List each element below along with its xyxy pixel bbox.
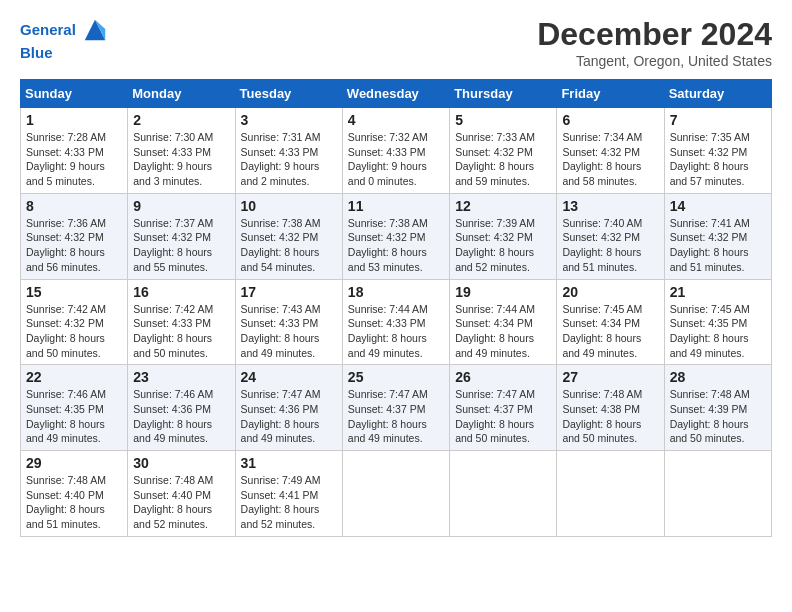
day-info: Sunrise: 7:28 AMSunset: 4:33 PMDaylight:… bbox=[26, 130, 122, 189]
day-number: 24 bbox=[241, 369, 337, 385]
calendar-cell: 15Sunrise: 7:42 AMSunset: 4:32 PMDayligh… bbox=[21, 279, 128, 365]
day-number: 8 bbox=[26, 198, 122, 214]
day-info: Sunrise: 7:33 AMSunset: 4:32 PMDaylight:… bbox=[455, 130, 551, 189]
calendar-cell: 8Sunrise: 7:36 AMSunset: 4:32 PMDaylight… bbox=[21, 193, 128, 279]
weekday-header-saturday: Saturday bbox=[664, 80, 771, 108]
day-info: Sunrise: 7:34 AMSunset: 4:32 PMDaylight:… bbox=[562, 130, 658, 189]
day-number: 10 bbox=[241, 198, 337, 214]
day-info: Sunrise: 7:44 AMSunset: 4:34 PMDaylight:… bbox=[455, 302, 551, 361]
day-number: 6 bbox=[562, 112, 658, 128]
day-number: 11 bbox=[348, 198, 444, 214]
day-number: 29 bbox=[26, 455, 122, 471]
day-number: 26 bbox=[455, 369, 551, 385]
calendar-cell: 26Sunrise: 7:47 AMSunset: 4:37 PMDayligh… bbox=[450, 365, 557, 451]
calendar-cell: 23Sunrise: 7:46 AMSunset: 4:36 PMDayligh… bbox=[128, 365, 235, 451]
calendar-cell: 13Sunrise: 7:40 AMSunset: 4:32 PMDayligh… bbox=[557, 193, 664, 279]
calendar-cell: 28Sunrise: 7:48 AMSunset: 4:39 PMDayligh… bbox=[664, 365, 771, 451]
day-number: 14 bbox=[670, 198, 766, 214]
calendar-cell: 16Sunrise: 7:42 AMSunset: 4:33 PMDayligh… bbox=[128, 279, 235, 365]
calendar-cell: 30Sunrise: 7:48 AMSunset: 4:40 PMDayligh… bbox=[128, 451, 235, 537]
day-number: 2 bbox=[133, 112, 229, 128]
calendar-cell: 7Sunrise: 7:35 AMSunset: 4:32 PMDaylight… bbox=[664, 108, 771, 194]
weekday-header-thursday: Thursday bbox=[450, 80, 557, 108]
day-info: Sunrise: 7:47 AMSunset: 4:37 PMDaylight:… bbox=[455, 387, 551, 446]
day-number: 13 bbox=[562, 198, 658, 214]
logo-icon bbox=[81, 16, 109, 44]
day-info: Sunrise: 7:48 AMSunset: 4:40 PMDaylight:… bbox=[26, 473, 122, 532]
calendar-cell: 22Sunrise: 7:46 AMSunset: 4:35 PMDayligh… bbox=[21, 365, 128, 451]
calendar-cell: 6Sunrise: 7:34 AMSunset: 4:32 PMDaylight… bbox=[557, 108, 664, 194]
subtitle: Tangent, Oregon, United States bbox=[537, 53, 772, 69]
logo-blue-text: Blue bbox=[20, 44, 109, 62]
calendar-cell: 11Sunrise: 7:38 AMSunset: 4:32 PMDayligh… bbox=[342, 193, 449, 279]
day-info: Sunrise: 7:45 AMSunset: 4:35 PMDaylight:… bbox=[670, 302, 766, 361]
calendar-cell: 25Sunrise: 7:47 AMSunset: 4:37 PMDayligh… bbox=[342, 365, 449, 451]
day-number: 17 bbox=[241, 284, 337, 300]
day-info: Sunrise: 7:32 AMSunset: 4:33 PMDaylight:… bbox=[348, 130, 444, 189]
calendar-cell: 14Sunrise: 7:41 AMSunset: 4:32 PMDayligh… bbox=[664, 193, 771, 279]
calendar-cell: 3Sunrise: 7:31 AMSunset: 4:33 PMDaylight… bbox=[235, 108, 342, 194]
day-info: Sunrise: 7:42 AMSunset: 4:32 PMDaylight:… bbox=[26, 302, 122, 361]
day-info: Sunrise: 7:48 AMSunset: 4:39 PMDaylight:… bbox=[670, 387, 766, 446]
day-number: 1 bbox=[26, 112, 122, 128]
calendar-cell: 4Sunrise: 7:32 AMSunset: 4:33 PMDaylight… bbox=[342, 108, 449, 194]
calendar-cell: 10Sunrise: 7:38 AMSunset: 4:32 PMDayligh… bbox=[235, 193, 342, 279]
day-number: 7 bbox=[670, 112, 766, 128]
day-number: 25 bbox=[348, 369, 444, 385]
calendar-cell: 1Sunrise: 7:28 AMSunset: 4:33 PMDaylight… bbox=[21, 108, 128, 194]
calendar-cell: 31Sunrise: 7:49 AMSunset: 4:41 PMDayligh… bbox=[235, 451, 342, 537]
logo-text: General bbox=[20, 21, 76, 39]
title-block: December 2024 Tangent, Oregon, United St… bbox=[537, 16, 772, 69]
calendar-cell: 29Sunrise: 7:48 AMSunset: 4:40 PMDayligh… bbox=[21, 451, 128, 537]
day-number: 3 bbox=[241, 112, 337, 128]
calendar-cell: 2Sunrise: 7:30 AMSunset: 4:33 PMDaylight… bbox=[128, 108, 235, 194]
day-info: Sunrise: 7:38 AMSunset: 4:32 PMDaylight:… bbox=[241, 216, 337, 275]
day-number: 15 bbox=[26, 284, 122, 300]
day-number: 19 bbox=[455, 284, 551, 300]
calendar-cell bbox=[450, 451, 557, 537]
day-number: 5 bbox=[455, 112, 551, 128]
day-number: 31 bbox=[241, 455, 337, 471]
day-info: Sunrise: 7:41 AMSunset: 4:32 PMDaylight:… bbox=[670, 216, 766, 275]
calendar-table: SundayMondayTuesdayWednesdayThursdayFrid… bbox=[20, 79, 772, 537]
day-info: Sunrise: 7:38 AMSunset: 4:32 PMDaylight:… bbox=[348, 216, 444, 275]
calendar-cell: 20Sunrise: 7:45 AMSunset: 4:34 PMDayligh… bbox=[557, 279, 664, 365]
header: General Blue December 2024 Tangent, Oreg… bbox=[20, 16, 772, 69]
weekday-header-friday: Friday bbox=[557, 80, 664, 108]
day-info: Sunrise: 7:37 AMSunset: 4:32 PMDaylight:… bbox=[133, 216, 229, 275]
day-info: Sunrise: 7:35 AMSunset: 4:32 PMDaylight:… bbox=[670, 130, 766, 189]
day-number: 20 bbox=[562, 284, 658, 300]
calendar-cell: 5Sunrise: 7:33 AMSunset: 4:32 PMDaylight… bbox=[450, 108, 557, 194]
day-number: 23 bbox=[133, 369, 229, 385]
main-title: December 2024 bbox=[537, 16, 772, 53]
day-info: Sunrise: 7:45 AMSunset: 4:34 PMDaylight:… bbox=[562, 302, 658, 361]
day-info: Sunrise: 7:40 AMSunset: 4:32 PMDaylight:… bbox=[562, 216, 658, 275]
day-number: 27 bbox=[562, 369, 658, 385]
weekday-header-monday: Monday bbox=[128, 80, 235, 108]
day-number: 18 bbox=[348, 284, 444, 300]
day-info: Sunrise: 7:42 AMSunset: 4:33 PMDaylight:… bbox=[133, 302, 229, 361]
day-number: 4 bbox=[348, 112, 444, 128]
day-info: Sunrise: 7:48 AMSunset: 4:40 PMDaylight:… bbox=[133, 473, 229, 532]
weekday-header-wednesday: Wednesday bbox=[342, 80, 449, 108]
day-number: 22 bbox=[26, 369, 122, 385]
calendar-cell: 9Sunrise: 7:37 AMSunset: 4:32 PMDaylight… bbox=[128, 193, 235, 279]
day-info: Sunrise: 7:46 AMSunset: 4:35 PMDaylight:… bbox=[26, 387, 122, 446]
day-info: Sunrise: 7:48 AMSunset: 4:38 PMDaylight:… bbox=[562, 387, 658, 446]
day-number: 12 bbox=[455, 198, 551, 214]
day-number: 9 bbox=[133, 198, 229, 214]
day-info: Sunrise: 7:47 AMSunset: 4:36 PMDaylight:… bbox=[241, 387, 337, 446]
calendar-cell bbox=[557, 451, 664, 537]
day-info: Sunrise: 7:39 AMSunset: 4:32 PMDaylight:… bbox=[455, 216, 551, 275]
calendar-cell: 17Sunrise: 7:43 AMSunset: 4:33 PMDayligh… bbox=[235, 279, 342, 365]
calendar-cell: 24Sunrise: 7:47 AMSunset: 4:36 PMDayligh… bbox=[235, 365, 342, 451]
day-info: Sunrise: 7:47 AMSunset: 4:37 PMDaylight:… bbox=[348, 387, 444, 446]
logo: General Blue bbox=[20, 16, 109, 62]
day-info: Sunrise: 7:46 AMSunset: 4:36 PMDaylight:… bbox=[133, 387, 229, 446]
calendar-cell: 12Sunrise: 7:39 AMSunset: 4:32 PMDayligh… bbox=[450, 193, 557, 279]
day-info: Sunrise: 7:36 AMSunset: 4:32 PMDaylight:… bbox=[26, 216, 122, 275]
calendar-cell: 18Sunrise: 7:44 AMSunset: 4:33 PMDayligh… bbox=[342, 279, 449, 365]
day-number: 21 bbox=[670, 284, 766, 300]
day-info: Sunrise: 7:44 AMSunset: 4:33 PMDaylight:… bbox=[348, 302, 444, 361]
calendar-cell bbox=[664, 451, 771, 537]
